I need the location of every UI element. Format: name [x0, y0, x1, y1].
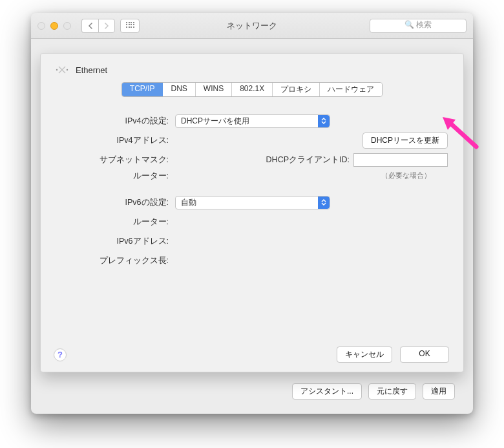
assistant-button[interactable]: アシスタント... [292, 383, 362, 400]
svg-point-0 [56, 69, 58, 70]
label-router6: ルーター: [55, 217, 175, 228]
label-ipv6-config: IPv6の設定: [55, 197, 175, 208]
titlebar: ネットワーク 🔍 検索 [31, 13, 473, 39]
sheet-header: Ethernet [76, 65, 107, 75]
show-all-button[interactable] [120, 19, 140, 33]
ethernet-icon [55, 63, 69, 77]
select-ipv6-config[interactable]: 自動 [175, 196, 330, 209]
ok-button[interactable]: OK [400, 347, 449, 363]
dhcp-client-id-input[interactable] [353, 153, 448, 167]
select-ipv4-config[interactable]: DHCPサーバを使用 [175, 114, 330, 128]
tab-tcpip[interactable]: TCP/IP [122, 83, 163, 96]
traffic-lights [37, 22, 71, 30]
cancel-button[interactable]: キャンセル [337, 347, 392, 363]
label-router4: ルーター: [55, 171, 175, 182]
chevron-up-down-icon [318, 197, 330, 209]
label-ipv4-config: IPv4の設定: [55, 116, 175, 127]
zoom-icon[interactable] [63, 22, 71, 30]
minimize-icon[interactable] [50, 22, 58, 30]
tab-proxy[interactable]: プロキシ [273, 83, 320, 96]
select-ipv6-config-value: 自動 [181, 198, 196, 207]
back-button[interactable] [81, 19, 98, 33]
help-button[interactable]: ? [54, 348, 67, 361]
tab-8021x[interactable]: 802.1X [232, 83, 273, 96]
search-input[interactable]: 🔍 検索 [370, 19, 467, 33]
grid-icon [126, 22, 134, 30]
tab-wins[interactable]: WINS [196, 83, 232, 96]
settings-sheet: Ethernet TCP/IP DNS WINS 802.1X プロキシ ハード… [40, 53, 464, 372]
background-buttons: アシスタント... 元に戻す 適用 [292, 383, 455, 400]
back-forward-group [81, 19, 115, 33]
tab-bar: TCP/IP DNS WINS 802.1X プロキシ ハードウェア [55, 82, 449, 97]
label-dhcp-client-id: DHCPクライアントID: [266, 155, 350, 165]
search-placeholder: 検索 [416, 20, 432, 29]
label-prefix-len: プレフィックス長: [55, 255, 175, 266]
window: ネットワーク 🔍 検索 アシスタント... 元に戻す 適用 [31, 13, 473, 414]
label-subnet: サブネットマスク: [55, 155, 175, 165]
tab-hardware[interactable]: ハードウェア [320, 83, 382, 96]
svg-point-1 [67, 69, 68, 70]
close-icon[interactable] [37, 22, 45, 30]
select-ipv4-config-value: DHCPサーバを使用 [181, 116, 249, 125]
label-if-needed: （必要な場合） [381, 171, 431, 180]
forward-button[interactable] [98, 19, 115, 33]
apply-button[interactable]: 適用 [423, 383, 455, 400]
label-ipv6-addr: IPv6アドレス: [55, 236, 175, 247]
revert-button[interactable]: 元に戻す [368, 383, 416, 400]
chevron-up-down-icon [318, 115, 330, 127]
renew-dhcp-lease-button[interactable]: DHCPリースを更新 [362, 133, 448, 149]
tab-dns[interactable]: DNS [163, 83, 195, 96]
form-area: IPv4の設定: DHCPサーバを使用 IPv4アドレス: [55, 111, 449, 270]
label-ipv4-addr: IPv4アドレス: [55, 135, 175, 146]
